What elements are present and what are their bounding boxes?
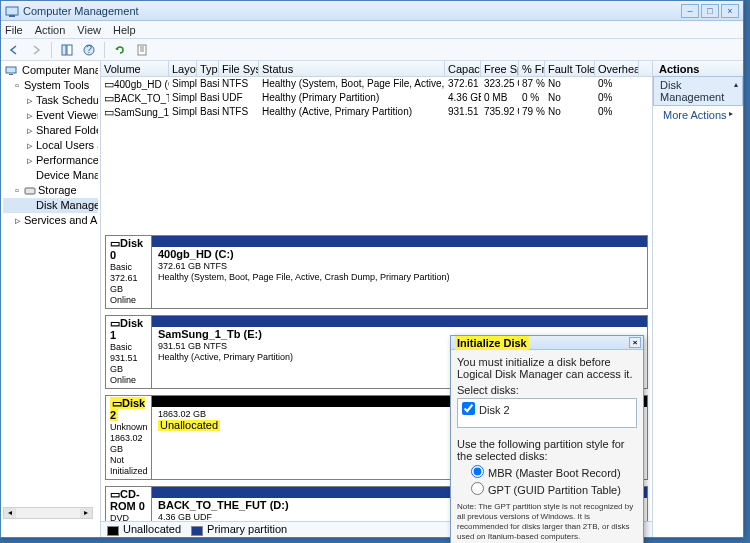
disk-label: ▭Disk 2Unknown1863.02 GBNot Initialized <box>106 396 152 479</box>
properties-button[interactable] <box>133 41 151 59</box>
tree-pane: Computer Management (Local ▫System Tools… <box>1 61 101 537</box>
tree-shared-folders[interactable]: ▹Shared Folders <box>3 123 98 138</box>
legend-unallocated: Unallocated <box>107 523 181 535</box>
tree-task-scheduler[interactable]: ▹Task Scheduler <box>3 93 98 108</box>
minimize-button[interactable]: – <box>681 4 699 18</box>
col-layout[interactable]: Layout <box>169 61 197 76</box>
col-volume[interactable]: Volume <box>101 61 169 76</box>
svg-rect-12 <box>25 188 35 194</box>
actions-pane: Actions Disk Management▴ More Actions▸ <box>653 61 743 537</box>
disk-partition[interactable]: 400gb_HD (C:)372.61 GB NTFSHealthy (Syst… <box>152 236 647 308</box>
window-title: Computer Management <box>23 5 139 17</box>
volume-icon: ▭ <box>104 91 114 105</box>
collapse-icon: ▴ <box>734 80 738 89</box>
svg-rect-2 <box>62 45 66 55</box>
dialog-title: Initialize Disk <box>455 336 529 350</box>
scroll-right-icon[interactable]: ▸ <box>80 508 92 518</box>
toolbar: ? <box>1 39 743 61</box>
col-percent-free[interactable]: % Free <box>519 61 545 76</box>
dialog-intro: You must initialize a disk before Logica… <box>457 356 637 380</box>
svg-rect-0 <box>6 7 18 15</box>
tree-system-tools[interactable]: ▫System Tools <box>3 78 98 93</box>
col-filesystem[interactable]: File System <box>219 61 259 76</box>
tree-local-users[interactable]: ▹Local Users and Groups <box>3 138 98 153</box>
menu-view[interactable]: View <box>77 24 101 36</box>
svg-rect-1 <box>9 15 15 17</box>
volume-list-header: Volume Layout Type File System Status Ca… <box>101 61 652 77</box>
svg-text:?: ? <box>86 44 92 55</box>
disk-label: ▭CD-ROM 0DVD4.36 GBOnline <box>106 487 152 521</box>
volume-icon: ▭ <box>104 105 114 119</box>
tree-storage[interactable]: ▫Storage <box>3 183 98 198</box>
dialog-body: You must initialize a disk before Logica… <box>451 350 643 543</box>
disk-label: ▭Disk 1Basic931.51 GBOnline <box>106 316 152 388</box>
menu-action[interactable]: Action <box>35 24 66 36</box>
col-free-space[interactable]: Free Space <box>481 61 519 76</box>
help-button[interactable]: ? <box>80 41 98 59</box>
tree-disk-management[interactable]: Disk Management <box>3 198 98 213</box>
legend-primary: Primary partition <box>191 523 287 535</box>
dialog-title-bar[interactable]: Initialize Disk × <box>451 336 643 350</box>
action-more-actions[interactable]: More Actions▸ <box>653 106 743 124</box>
col-status[interactable]: Status <box>259 61 445 76</box>
tree-root[interactable]: Computer Management (Local <box>3 63 98 78</box>
dialog-close-button[interactable]: × <box>629 337 641 348</box>
menu-file[interactable]: File <box>5 24 23 36</box>
volume-icon: ▭ <box>104 77 114 91</box>
col-overhead[interactable]: Overhead <box>595 61 639 76</box>
refresh-button[interactable] <box>111 41 129 59</box>
scroll-left-icon[interactable]: ◂ <box>4 508 16 518</box>
col-fault-tolerance[interactable]: Fault Tolerance <box>545 61 595 76</box>
radio-mbr[interactable]: MBR (Master Boot Record) <box>471 464 637 479</box>
actions-group-disk-management[interactable]: Disk Management▴ <box>653 76 743 106</box>
window-controls: – □ × <box>681 4 739 18</box>
console-tree[interactable]: Computer Management (Local ▫System Tools… <box>1 61 100 230</box>
maximize-button[interactable]: □ <box>701 4 719 18</box>
close-button[interactable]: × <box>721 4 739 18</box>
dialog-select-label: Select disks: <box>457 384 637 396</box>
storage-icon <box>24 186 36 196</box>
radio-gpt[interactable]: GPT (GUID Partition Table) <box>471 481 637 496</box>
actions-header: Actions <box>653 61 743 77</box>
radio-gpt-input[interactable] <box>471 482 484 495</box>
title-bar: Computer Management – □ × <box>1 1 743 21</box>
svg-rect-11 <box>9 74 13 75</box>
back-button[interactable] <box>5 41 23 59</box>
dialog-note: Note: The GPT partition style is not rec… <box>457 502 637 542</box>
volume-row[interactable]: ▭SamSung_1_Tb (E:)SimpleBasicNTFSHealthy… <box>101 105 652 119</box>
partition-style-label: Use the following partition style for th… <box>457 438 637 462</box>
disk-checkbox[interactable] <box>462 402 475 415</box>
disk-label: ▭Disk 0Basic372.61 GBOnline <box>106 236 152 308</box>
tree-performance[interactable]: ▹Performance <box>3 153 98 168</box>
disk-block[interactable]: ▭Disk 0Basic372.61 GBOnline400gb_HD (C:)… <box>105 235 648 309</box>
svg-rect-3 <box>67 45 72 55</box>
disk-select-list[interactable]: Disk 2 <box>457 398 637 428</box>
app-icon <box>5 4 19 18</box>
menu-bar: File Action View Help <box>1 21 743 39</box>
menu-help[interactable]: Help <box>113 24 136 36</box>
initialize-disk-dialog: Initialize Disk × You must initialize a … <box>450 335 644 543</box>
tree-services-apps[interactable]: ▹Services and Applications <box>3 213 98 228</box>
volume-row[interactable]: ▭400gb_HD (C:)SimpleBasicNTFSHealthy (Sy… <box>101 77 652 91</box>
tree-device-manager[interactable]: Device Manager <box>3 168 98 183</box>
radio-mbr-input[interactable] <box>471 465 484 478</box>
tree-scrollbar[interactable]: ◂ ▸ <box>3 507 93 519</box>
computer-icon <box>5 66 17 76</box>
svg-rect-10 <box>6 67 16 73</box>
col-type[interactable]: Type <box>197 61 219 76</box>
col-capacity[interactable]: Capacity <box>445 61 481 76</box>
show-hide-tree-button[interactable] <box>58 41 76 59</box>
tree-event-viewer[interactable]: ▹Event Viewer <box>3 108 98 123</box>
volume-list[interactable]: ▭400gb_HD (C:)SimpleBasicNTFSHealthy (Sy… <box>101 77 652 119</box>
forward-button[interactable] <box>27 41 45 59</box>
volume-row[interactable]: ▭BACK_TO_THE_F...SimpleBasicUDFHealthy (… <box>101 91 652 105</box>
disk-option-label: Disk 2 <box>479 404 510 416</box>
